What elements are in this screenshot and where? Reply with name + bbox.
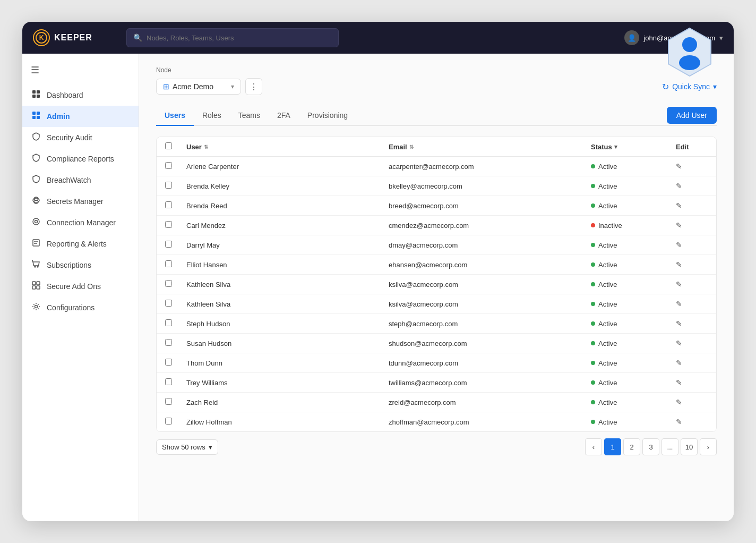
search-icon: 🔍 [133,33,142,42]
row-checkbox[interactable] [165,398,172,405]
tabs-row: Users Roles Teams 2FA Provisioning Add U… [156,106,717,126]
page-1-button[interactable]: 1 [604,438,621,455]
svg-rect-15 [33,240,39,246]
table-row: Steph Hudson steph@acmecorp.com Active ✎ [157,314,716,334]
hamburger-menu[interactable]: ☰ [22,60,139,80]
status-dot [591,164,595,168]
status-dot [591,420,595,424]
select-all-checkbox[interactable] [165,142,172,149]
main-content: Node ⊞ Acme Demo ▾ ⋮ ↻ Quick Sync ▾ User… [139,54,734,521]
edit-icon[interactable]: ✎ [676,221,682,230]
sidebar: ☰ Dashboard Admin Security Audit [22,54,139,521]
edit-icon[interactable]: ✎ [676,280,682,289]
sidebar-item-subscriptions[interactable]: Subscriptions [22,254,139,276]
svg-rect-7 [37,112,40,115]
edit-icon[interactable]: ✎ [676,260,682,269]
row-checkbox[interactable] [165,359,172,366]
svg-point-24 [35,306,38,308]
connection-icon [31,217,41,228]
edit-icon[interactable]: ✎ [676,339,682,347]
row-checkbox[interactable] [165,339,172,346]
header-user[interactable]: User ⇅ [186,143,389,151]
search-input[interactable] [147,34,332,42]
rows-per-page-selector[interactable]: Show 50 rows ▾ [156,439,218,455]
logo-area: K KEEPER [33,29,118,46]
tab-roles[interactable]: Roles [194,106,230,126]
svg-text:K: K [39,34,44,41]
status-badge: Active [591,379,676,387]
page-prev-button[interactable]: ‹ [585,438,602,455]
tab-provisioning[interactable]: Provisioning [299,106,356,126]
sidebar-item-security-audit[interactable]: Security Audit [22,127,139,148]
svg-rect-23 [37,286,40,289]
status-badge: Active [591,340,676,347]
add-user-button[interactable]: Add User [667,107,717,124]
status-dot [591,361,595,365]
sidebar-item-configurations[interactable]: Configurations [22,297,139,318]
svg-rect-6 [32,112,36,115]
row-checkbox[interactable] [165,418,172,425]
svg-rect-22 [32,286,36,289]
sidebar-item-secure-add-ons[interactable]: Secure Add Ons [22,276,139,297]
row-checkbox[interactable] [165,300,172,307]
row-checkbox[interactable] [165,201,172,208]
sidebar-label-secure-add-ons: Secure Add Ons [47,282,101,291]
tab-teams[interactable]: Teams [230,106,269,126]
header-status[interactable]: Status ▾ [591,143,676,151]
row-checkbox[interactable] [165,378,172,385]
edit-icon[interactable]: ✎ [676,319,682,328]
edit-icon[interactable]: ✎ [676,378,682,387]
edit-icon[interactable]: ✎ [676,162,682,171]
user-email-cell: ksilva@acmecorp.com [389,300,591,308]
row-checkbox[interactable] [165,221,172,228]
edit-icon[interactable]: ✎ [676,418,682,426]
sidebar-item-reporting-alerts[interactable]: Reporting & Alerts [22,233,139,254]
table-row: Brenda Kelley bkelley@acmecorp.com Activ… [157,176,716,196]
main-layout: ☰ Dashboard Admin Security Audit [22,54,734,521]
row-checkbox[interactable] [165,260,172,267]
user-name: Thom Dunn [186,359,389,367]
quick-sync-button[interactable]: ↻ Quick Sync ▾ [662,82,717,92]
sidebar-item-secrets-manager[interactable]: Secrets Manager [22,191,139,212]
page-3-button[interactable]: 3 [642,438,659,455]
row-checkbox[interactable] [165,280,172,287]
edit-icon[interactable]: ✎ [676,201,682,210]
secure-addons-icon [31,281,41,292]
sidebar-item-breachwatch[interactable]: BreachWatch [22,169,139,191]
dashboard-icon [31,90,41,100]
tab-users[interactable]: Users [156,106,194,126]
node-chevron-icon: ▾ [231,83,234,90]
pagination-row: Show 50 rows ▾ ‹ 1 2 3 ... 10 › [156,432,717,457]
status-dot [591,262,595,267]
user-menu-chevron[interactable]: ▾ [719,34,723,42]
sidebar-item-connection-manager[interactable]: Connection Manager [22,212,139,233]
edit-icon[interactable]: ✎ [676,359,682,367]
node-more-options-button[interactable]: ⋮ [245,78,262,95]
sidebar-item-compliance-reports[interactable]: Compliance Reports [22,148,139,169]
page-next-button[interactable]: › [700,438,717,455]
edit-icon[interactable]: ✎ [676,241,682,249]
svg-rect-2 [32,90,36,94]
table-row: Zach Reid zreid@acmecorp.com Active ✎ [157,393,716,412]
edit-icon[interactable]: ✎ [676,300,682,308]
node-selector[interactable]: ⊞ Acme Demo ▾ [156,79,241,95]
page-10-button[interactable]: 10 [681,438,698,455]
table-row: Arlene Carpenter acarpenter@acmecorp.com… [157,157,716,176]
sidebar-label-subscriptions: Subscriptions [47,261,91,269]
edit-icon[interactable]: ✎ [676,182,682,190]
user-name: Brenda Kelley [186,182,389,190]
search-bar[interactable]: 🔍 [126,28,339,47]
sidebar-item-dashboard[interactable]: Dashboard [22,84,139,106]
header-email[interactable]: Email ⇅ [389,143,591,151]
edit-icon[interactable]: ✎ [676,398,682,406]
sidebar-item-admin[interactable]: Admin [22,106,139,127]
row-checkbox[interactable] [165,319,172,326]
user-email-cell: ehansen@acmecorp.com [389,261,591,269]
row-checkbox[interactable] [165,162,172,169]
sidebar-label-connection-manager: Connection Manager [47,218,116,227]
row-checkbox[interactable] [165,241,172,248]
user-email-cell: dmay@acmecorp.com [389,241,591,249]
page-2-button[interactable]: 2 [623,438,640,455]
row-checkbox[interactable] [165,182,172,189]
tab-2fa[interactable]: 2FA [269,106,299,126]
